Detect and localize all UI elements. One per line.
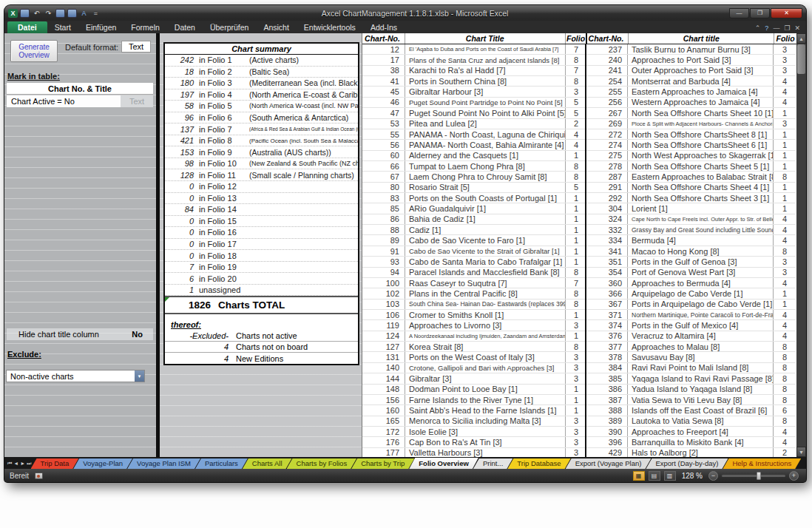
sheet-tab-export-voyage-plan-[interactable]: Export (Voyage Plan) [566,458,652,469]
summary-row[interactable]: 18in Folio 2(Baltic Sea) [165,67,358,78]
table-row[interactable]: 94Paracel Islands and Macclesfield Bank … [362,268,585,278]
chart-title-cell[interactable]: Isole Eolie [3] [405,427,566,436]
chart-title-cell[interactable]: Outer Approaches to Port Said [3] [628,66,774,75]
mark-option-label[interactable]: Chart Active = No [7,95,121,107]
last-sheet-icon[interactable]: ⏭ [27,460,31,467]
folio-cell[interactable]: 4 [566,141,586,149]
chart-title-cell[interactable]: Lautoka to Vatia Sewa [8] [628,416,774,426]
table-row[interactable]: 376Veracruz to Altamira [4]4 [586,331,796,342]
table-row[interactable]: 354Port of Genova West Part [3]3 [586,268,796,278]
chart-no-cell[interactable]: 93 [362,257,405,266]
table-row[interactable]: 85ARio Guadalquivir [1]1 [362,203,585,214]
next-sheet-icon[interactable]: ► [20,460,25,467]
table-row[interactable]: 386Yadua Island to Yaqaga Island [8]8 [586,385,796,395]
hide-title-column-row[interactable]: Hide chart title column No [7,328,153,340]
folio-cell[interactable]: 3 [566,353,586,362]
table-row[interactable]: 389Lautoka to Vatia Sewa [8]8 [586,416,796,427]
chart-no-cell[interactable]: 360 [586,278,628,288]
table-row[interactable]: 45Gibraltar Harbour [3]3 [362,87,585,97]
summary-row[interactable]: 0in Folio 17 [165,239,358,251]
table-row[interactable]: 12El 'Aqaba to Duba and Ports on the Coa… [362,44,585,55]
chart-no-cell[interactable]: 102 [362,288,405,298]
table-row[interactable]: 278North Sea Offshore Charts Sheet 5 [1]… [586,161,796,172]
table-row[interactable]: 324Cape North to Cape Freels incl. Outer… [586,214,796,225]
first-sheet-icon[interactable]: ⏮ [7,460,12,467]
generate-overview-button[interactable]: Generate Overview [10,40,58,62]
chart-title-cell[interactable]: Ports in the Gulf of Genoa [3] [628,257,774,266]
chart-no-cell[interactable]: 351 [586,257,628,266]
scroll-down-icon[interactable]: ▼ [796,447,806,457]
summary-row[interactable]: 6in Folio 20 [165,273,358,285]
chart-no-cell[interactable]: 377 [586,342,628,351]
folio-cell[interactable]: 3 [774,55,796,64]
table-row[interactable]: 384Ravi Ravi Point to Mali Island [8]8 [586,363,796,373]
chart-title-cell[interactable]: Approaches to Freeport [4] [628,427,774,436]
chart-title-cell[interactable]: Yadua Island to Yaqaga Island [8] [628,385,774,394]
summary-row[interactable]: 96in Folio 6(South America & Antarctica) [165,112,358,124]
folio-cell[interactable]: 1 [774,289,796,298]
table-row[interactable]: 378Savusavu Bay [8]8 [586,352,796,362]
table-row[interactable]: 240Approaches to Port Said [3]3 [586,55,796,65]
chart-title-cell[interactable]: Bermuda [4] [628,235,774,245]
chart-title-cell[interactable]: Ports in the Gulf of Mexico [4] [628,320,774,330]
chart-no-cell[interactable]: 177 [362,448,405,457]
table-row[interactable]: 334Bermuda [4]4 [586,235,796,246]
folio-cell[interactable]: 8 [774,247,796,256]
table-row[interactable]: 390Approaches to Freeport [4]4 [586,427,796,437]
chart-title-cell[interactable]: PANAMA - North Coast, Laguna de Chiriqui… [405,129,566,139]
summary-row[interactable]: 137in Folio 7(Africa & Red Sea & Arabian… [165,123,358,135]
chart-title-cell[interactable]: Gibraltar [3] [405,373,566,383]
folio-cell[interactable]: 8 [774,396,796,405]
chart-no-cell[interactable]: 47 [362,108,405,118]
folio-cell[interactable]: 3 [566,416,586,425]
chart-title-cell[interactable]: Eastern Approaches to Balabac Strait [8] [628,172,774,181]
folio-cell[interactable]: 1 [566,257,586,266]
minimize-button[interactable]: — [729,8,749,18]
chart-title-cell[interactable]: Cabo de Sao Vicente to Faro [1] [405,235,566,245]
chart-no-cell[interactable]: 124 [362,331,405,341]
folio-cell[interactable]: 3 [566,363,586,372]
chart-no-cell[interactable]: 83 [362,193,405,203]
chart-no-cell[interactable]: 241 [586,66,628,75]
table-row[interactable]: 131Ports on the West Coast of Italy [3]3 [362,352,585,362]
folio-cell[interactable]: 3 [566,427,586,436]
table-row[interactable]: 385Yaqaga Island to Ravi Ravi Passage [8… [586,373,796,384]
folio-cell[interactable]: 1 [774,299,796,308]
chart-title-cell[interactable]: Plans of the Santa Cruz and adjacent Isl… [405,55,566,64]
chart-no-cell[interactable]: 332 [586,225,628,234]
folio-cell[interactable]: 8 [566,162,586,171]
chart-no-cell[interactable]: 389 [586,416,628,426]
chart-no-cell[interactable]: 287 [586,172,628,181]
chart-title-cell[interactable]: North Sea Offshore ChartsSheet 8 [1] [628,129,774,139]
folio-cell[interactable]: 1 [774,151,796,160]
chart-no-cell[interactable]: 254 [586,76,628,86]
zoom-slider-thumb[interactable] [757,472,761,480]
workbook-close-icon[interactable]: ✕ [794,24,800,32]
summary-row[interactable]: 1unassigned [165,285,358,297]
folio-cell[interactable]: 1 [566,204,586,213]
chart-no-cell[interactable]: 86 [362,214,405,224]
chart-no-cell[interactable]: 429 [586,448,628,457]
chart-no-cell[interactable]: 386 [586,385,628,394]
table-row[interactable]: 267North Sea Offshore Charts Sheet 10 [1… [586,108,796,118]
close-button[interactable]: ✕ [771,8,802,18]
table-row[interactable]: 255Eastern Approaches to Jamaica [4]4 [586,87,796,97]
workbook-restore-icon[interactable]: ❐ [784,24,790,32]
mark-header-cell[interactable]: Chart No. & Title [7,83,153,95]
chart-no-cell[interactable]: 292 [586,193,628,203]
folio-cell[interactable]: 2 [774,448,796,457]
sheet-tab-help-instructions[interactable]: Help & Instructions [723,458,801,469]
prev-sheet-icon[interactable]: ◄ [13,460,18,467]
sheet-tab-particulars[interactable]: Particulars [195,458,248,469]
summary-row[interactable]: 84in Folio 14 [165,204,358,216]
dropdown-arrow-icon[interactable]: ▼ [135,370,144,382]
summary-row[interactable]: 0in Folio 12 [165,181,358,193]
chart-no-cell[interactable]: 12 [362,44,405,54]
table-row[interactable]: 148Dodman Point to Looe Bay [1]1 [362,385,585,395]
folio-cell[interactable]: 8 [566,342,586,351]
summary-row[interactable]: 153in Folio 9(Australia (AUS charts)) [165,146,358,158]
folio-cell[interactable]: 4 [774,311,796,319]
table-row[interactable]: 366Arquipelago de Cabo Verde [1]1 [586,288,796,299]
table-row[interactable]: 86Bahia de Cadiz [1]1 [362,214,585,225]
chart-title-cell[interactable]: Hals to Aalborg [2] [628,448,774,457]
